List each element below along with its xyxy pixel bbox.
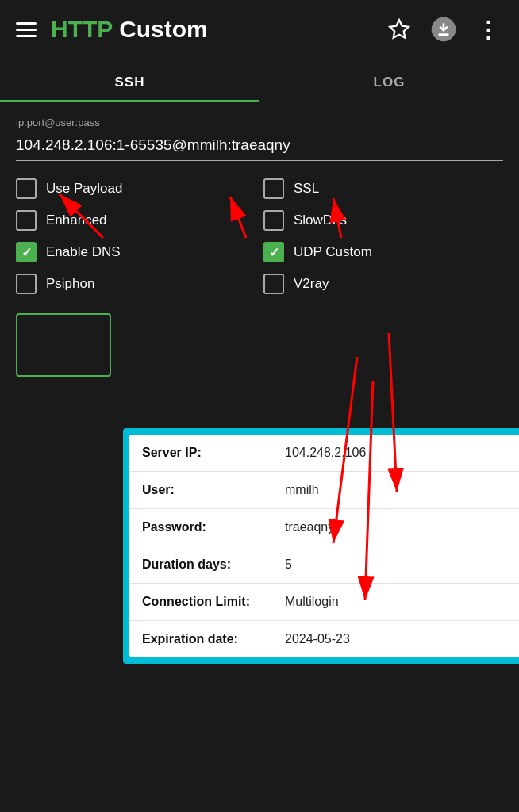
- label-expiration: Expiration date:: [129, 621, 272, 658]
- checkbox-udp-custom-box[interactable]: [263, 242, 284, 262]
- top-bar-actions: ⋮: [384, 14, 503, 44]
- checkbox-use-payload[interactable]: Use Payload: [16, 178, 256, 199]
- table-row: Password: traeaqny: [129, 509, 519, 546]
- checkbox-enhanced-box[interactable]: [16, 210, 37, 231]
- server-input[interactable]: [16, 132, 503, 161]
- value-connection-limit: Multilogin: [272, 584, 519, 621]
- label-duration: Duration days:: [129, 546, 272, 584]
- checkbox-psiphon[interactable]: Psiphon: [16, 274, 256, 294]
- value-duration: 5: [272, 546, 519, 584]
- account-info-card: Server IP: 104.248.2.106 User: mmilh Pas…: [123, 428, 519, 664]
- checkbox-v2ray[interactable]: V2ray: [263, 274, 503, 294]
- checkbox-psiphon-box[interactable]: [16, 274, 37, 294]
- checkbox-v2ray-box[interactable]: [263, 274, 284, 294]
- account-table: Server IP: 104.248.2.106 User: mmilh Pas…: [129, 435, 519, 657]
- table-row: Duration days: 5: [129, 546, 519, 584]
- checkbox-enhanced[interactable]: Enhanced: [16, 210, 256, 231]
- label-server-ip: Server IP:: [129, 435, 272, 472]
- value-user: mmilh: [272, 472, 519, 509]
- main-content: ip:port@user:pass Use Payload SSL Enhanc…: [0, 102, 519, 378]
- value-password: traeaqny: [272, 509, 519, 546]
- download-icon[interactable]: [429, 14, 459, 44]
- app-title: HTTP Custom: [51, 16, 208, 43]
- top-bar: HTTP Custom ⋮: [0, 0, 519, 59]
- table-row: Connection Limit: Multilogin: [129, 584, 519, 621]
- checkbox-udp-custom-label: UDP Custom: [294, 244, 372, 260]
- label-user: User:: [129, 472, 272, 509]
- checkbox-enhanced-label: Enhanced: [46, 213, 107, 228]
- checkbox-enable-dns-box[interactable]: [16, 242, 37, 262]
- value-expiration: 2024-05-23: [272, 621, 519, 658]
- checkbox-ssl-label: SSL: [294, 181, 319, 197]
- bookmark-icon[interactable]: [384, 14, 414, 44]
- app-title-http: HTTP: [51, 16, 113, 42]
- table-row: Server IP: 104.248.2.106: [129, 435, 519, 472]
- tab-log[interactable]: LOG: [260, 63, 519, 102]
- label-password: Password:: [129, 509, 272, 546]
- value-server-ip: 104.248.2.106: [272, 435, 519, 472]
- checkbox-slowdns-box[interactable]: [263, 210, 284, 231]
- more-options-icon[interactable]: ⋮: [473, 14, 503, 44]
- checkbox-udp-custom[interactable]: UDP Custom: [263, 242, 503, 262]
- table-row: Expiration date: 2024-05-23: [129, 621, 519, 658]
- menu-button[interactable]: [16, 22, 37, 37]
- tab-bar: SSH LOG: [0, 63, 519, 102]
- label-connection-limit: Connection Limit:: [129, 584, 272, 621]
- connect-button[interactable]: [16, 313, 111, 377]
- checkbox-v2ray-label: V2ray: [294, 276, 329, 292]
- checkbox-enable-dns[interactable]: Enable DNS: [16, 242, 256, 262]
- tab-ssh[interactable]: SSH: [0, 63, 260, 102]
- checkbox-slowdns[interactable]: SlowDns: [263, 210, 503, 231]
- server-input-label: ip:port@user:pass: [16, 117, 503, 128]
- checkbox-enable-dns-label: Enable DNS: [46, 244, 121, 260]
- checkbox-ssl-box[interactable]: [263, 178, 284, 199]
- checkbox-psiphon-label: Psiphon: [46, 276, 94, 292]
- app-title-custom: Custom: [113, 16, 208, 42]
- checkbox-use-payload-label: Use Payload: [46, 181, 122, 197]
- checkbox-use-payload-box[interactable]: [16, 178, 37, 199]
- card-inner: Server IP: 104.248.2.106 User: mmilh Pas…: [129, 435, 519, 657]
- checkbox-slowdns-label: SlowDns: [294, 213, 347, 228]
- options-grid: Use Payload SSL Enhanced SlowDns Enable …: [16, 178, 503, 294]
- checkbox-ssl[interactable]: SSL: [263, 178, 503, 199]
- table-row: User: mmilh: [129, 472, 519, 509]
